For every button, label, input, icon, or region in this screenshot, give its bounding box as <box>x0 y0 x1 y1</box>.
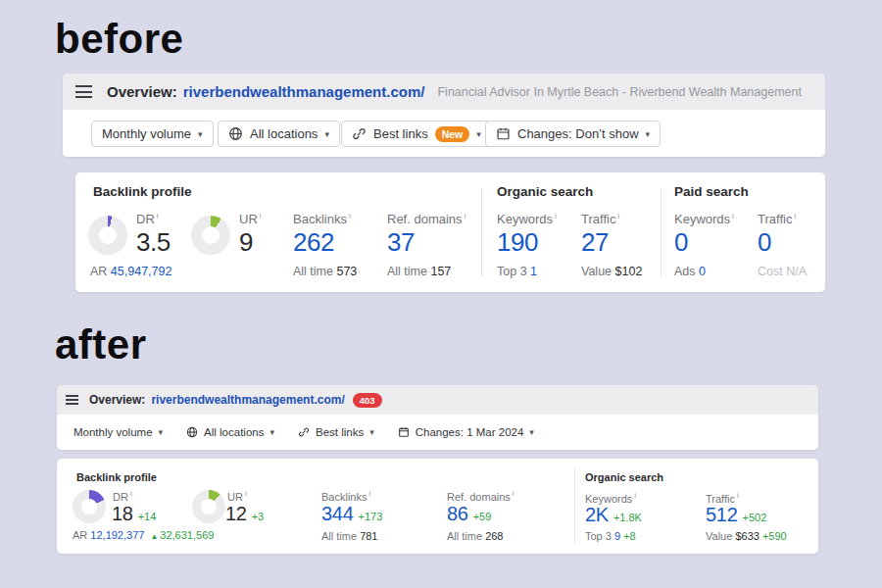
info-icon: i <box>794 212 796 220</box>
ref-domains-alltime: All time 157 <box>387 265 451 278</box>
overview-title: Overview: <box>107 83 177 100</box>
backlinks-delta: +173 <box>358 511 382 522</box>
before-heading: before <box>55 16 183 63</box>
chevron-down-icon: ▾ <box>646 129 651 139</box>
info-icon: i <box>157 212 159 220</box>
dr-gauge <box>73 490 106 523</box>
organic-keywords-label: Keywordsi <box>497 212 557 226</box>
dr-delta: +14 <box>138 511 157 522</box>
chevron-down-icon: ▾ <box>324 129 329 139</box>
ar-value[interactable]: 45,947,792 <box>111 265 172 278</box>
organic-search-title: Organic search <box>497 184 593 199</box>
chevron-down-icon: ▾ <box>369 427 374 437</box>
organic-traffic-sub: Value $633 +590 <box>706 530 787 542</box>
locations-dropdown[interactable]: All locations ▾ <box>186 426 274 438</box>
info-icon: i <box>465 212 466 220</box>
best-links-dropdown[interactable]: Best links New ▾ <box>341 121 492 147</box>
after-overview-card: Overview: riverbendwealthmanagement.com/… <box>57 385 818 450</box>
calendar-icon <box>496 126 511 141</box>
after-filter-bar: Monthly volume ▾ All locations ▾ Best li… <box>57 415 818 450</box>
info-icon: i <box>737 491 739 500</box>
dropdown-label: Changes: 1 Mar 2024 <box>416 426 524 438</box>
before-filter-bar: Monthly volume ▾ All locations ▾ Best li… <box>63 110 825 157</box>
locations-dropdown[interactable]: All locations ▾ <box>218 121 340 147</box>
chevron-down-icon: ▾ <box>159 427 164 437</box>
ref-domains-label: Ref. domainsi <box>447 489 514 503</box>
ar-row: AR 45,947,792 <box>90 265 172 278</box>
backlink-profile-title: Backlink profile <box>76 471 157 483</box>
info-icon: i <box>245 489 247 498</box>
backlink-profile-title: Backlink profile <box>93 184 192 199</box>
organic-keywords-label: Keywordsi <box>585 491 636 505</box>
ar-value[interactable]: 12,192,377 <box>90 529 144 541</box>
paid-traffic-value[interactable]: 0 <box>758 227 771 258</box>
chevron-down-icon: ▾ <box>270 427 274 437</box>
dr-value: 18 <box>112 503 133 524</box>
dropdown-label: Best links <box>316 426 364 438</box>
ur-gauge <box>191 216 230 255</box>
best-links-dropdown[interactable]: Best links ▾ <box>298 426 374 438</box>
ref-domains-value[interactable]: 86 <box>447 503 468 524</box>
backlinks-value[interactable]: 344 <box>321 503 353 524</box>
ur-gauge <box>192 490 225 523</box>
organic-traffic-value[interactable]: 512 <box>706 504 737 525</box>
after-overview-header: Overview: riverbendwealthmanagement.com/… <box>57 385 818 415</box>
page-title-subtitle: Financial Advisor In Myrtle Beach - Rive… <box>437 85 801 99</box>
info-icon: i <box>349 212 351 220</box>
changes-dropdown[interactable]: Changes: 1 Mar 2024 ▾ <box>398 426 534 438</box>
chevron-down-icon: ▾ <box>476 129 481 139</box>
organic-keywords-value[interactable]: 2K <box>585 504 609 525</box>
organic-traffic-label: Traffici <box>706 491 739 505</box>
backlinks-alltime: All time 781 <box>321 530 377 542</box>
dropdown-label: All locations <box>204 426 264 438</box>
paid-keywords-sub: Ads 0 <box>674 265 706 278</box>
up-triangle-icon: ▲ <box>150 532 158 541</box>
ar-row: AR 12,192,377▲32,631,569 <box>73 529 214 541</box>
ref-domains-delta: +59 <box>473 511 492 522</box>
organic-keywords-delta: +1.8K <box>613 512 642 523</box>
dr-label: DRi <box>113 489 132 503</box>
organic-search-title: Organic search <box>585 471 663 483</box>
info-icon: i <box>617 212 619 220</box>
organic-traffic-label: Traffici <box>581 212 619 226</box>
monthly-volume-dropdown[interactable]: Monthly volume ▾ <box>74 426 163 438</box>
backlinks-label: Backlinksi <box>293 212 351 226</box>
paid-traffic-label: Traffici <box>758 212 796 226</box>
menu-icon[interactable] <box>66 395 78 405</box>
before-overview-header: Overview: riverbendwealthmanagement.com/… <box>63 74 825 110</box>
info-icon: i <box>513 489 514 498</box>
paid-search-title: Paid search <box>674 184 749 199</box>
chevron-down-icon: ▾ <box>529 427 534 437</box>
info-icon: i <box>634 491 636 500</box>
organic-traffic-delta: +502 <box>742 512 766 523</box>
chevron-down-icon: ▾ <box>198 129 203 139</box>
ur-value-row: 12+3 <box>225 503 264 525</box>
dr-value-row: 18+14 <box>112 503 156 525</box>
dropdown-label: Changes: Don’t show <box>517 126 639 141</box>
monthly-volume-dropdown[interactable]: Monthly volume ▾ <box>91 121 214 147</box>
info-icon: i <box>555 212 557 220</box>
menu-icon[interactable] <box>75 85 92 98</box>
ar-label: AR <box>90 265 107 278</box>
paid-keywords-value[interactable]: 0 <box>674 227 688 258</box>
organic-keywords-value[interactable]: 190 <box>497 227 538 258</box>
globe-icon <box>186 426 198 438</box>
ref-domains-alltime: All time 268 <box>447 530 503 542</box>
ur-delta: +3 <box>252 511 265 522</box>
ur-value: 12 <box>225 503 247 524</box>
link-icon <box>352 126 367 141</box>
section-divider <box>574 468 575 543</box>
domain-link[interactable]: riverbendwealthmanagement.com/ <box>183 83 425 100</box>
info-icon: i <box>130 489 132 498</box>
paid-keywords-label: Keywordsi <box>674 212 734 226</box>
ref-domains-value[interactable]: 37 <box>387 227 415 258</box>
dropdown-label: Monthly volume <box>74 426 153 438</box>
organic-traffic-value-row: 512+502 <box>706 504 766 526</box>
organic-traffic-value[interactable]: 27 <box>581 227 609 258</box>
backlinks-value[interactable]: 262 <box>293 227 334 258</box>
before-metrics-card: Backlink profile DRi 3.5 AR 45,947,792 U… <box>75 172 825 292</box>
domain-link[interactable]: riverbendwealthmanagement.com/ <box>151 393 344 407</box>
paid-traffic-sub: Cost N/A <box>758 265 807 278</box>
changes-dropdown[interactable]: Changes: Don’t show ▾ <box>485 121 661 147</box>
info-icon: i <box>732 212 734 220</box>
